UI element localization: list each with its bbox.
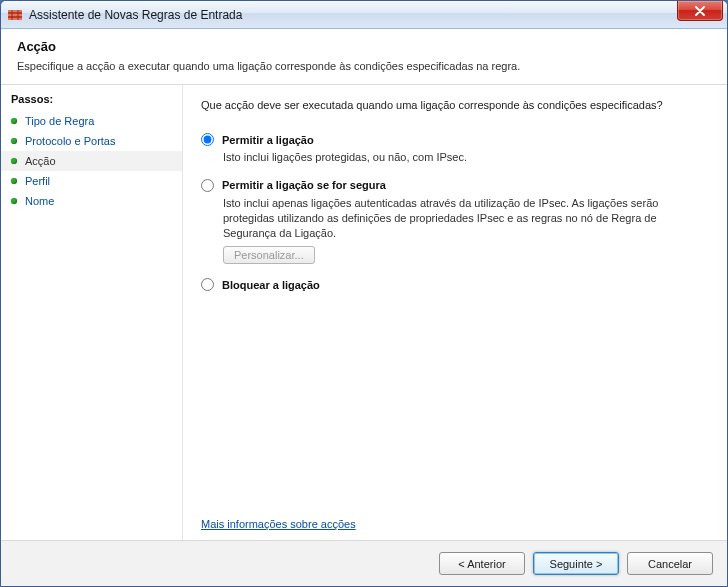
step-bullet-icon: [11, 118, 17, 124]
step-label: Acção: [25, 155, 56, 167]
step-bullet-icon: [11, 158, 17, 164]
option-block-row[interactable]: Bloquear a ligação: [201, 278, 709, 291]
step-action[interactable]: Acção: [1, 151, 182, 171]
radio-allow[interactable]: [201, 133, 214, 146]
cancel-button[interactable]: Cancelar: [627, 552, 713, 575]
next-button[interactable]: Seguinte >: [533, 552, 619, 575]
steps-heading: Passos:: [1, 93, 182, 111]
option-allow-row[interactable]: Permitir a ligação: [201, 133, 709, 146]
page-title: Acção: [17, 39, 711, 54]
option-block: Bloquear a ligação: [201, 278, 709, 291]
step-bullet-icon: [11, 138, 17, 144]
step-bullet-icon: [11, 198, 17, 204]
steps-sidebar: Passos: Tipo de Regra Protocolo e Portas…: [1, 85, 183, 540]
svg-rect-2: [8, 14, 22, 16]
option-allow-secure-desc: Isto inclui apenas ligações autenticadas…: [223, 196, 709, 241]
content-pane: Que acção deve ser executada quando uma …: [183, 85, 727, 540]
close-button[interactable]: [677, 1, 723, 21]
step-profile[interactable]: Perfil: [1, 171, 182, 191]
radio-allow-secure[interactable]: [201, 179, 214, 192]
step-label: Perfil: [25, 175, 50, 187]
titlebar[interactable]: Assistente de Novas Regras de Entrada: [1, 1, 727, 29]
spacer: [201, 305, 709, 518]
step-rule-type[interactable]: Tipo de Regra: [1, 111, 182, 131]
back-button[interactable]: < Anterior: [439, 552, 525, 575]
page-header: Acção Especifique a acção a executar qua…: [1, 29, 727, 85]
step-bullet-icon: [11, 178, 17, 184]
close-icon: [694, 6, 706, 16]
wizard-body: Passos: Tipo de Regra Protocolo e Portas…: [1, 85, 727, 540]
step-name[interactable]: Nome: [1, 191, 182, 211]
option-block-label: Bloquear a ligação: [222, 279, 320, 291]
footer: < Anterior Seguinte > Cancelar: [1, 540, 727, 586]
wizard-window: Assistente de Novas Regras de Entrada Ac…: [0, 0, 728, 587]
option-allow-secure-label: Permitir a ligação se for segura: [222, 179, 386, 191]
learn-more-link[interactable]: Mais informações sobre acções: [201, 518, 709, 530]
option-allow-secure: Permitir a ligação se for segura Isto in…: [201, 179, 709, 265]
step-label: Protocolo e Portas: [25, 135, 116, 147]
radio-block[interactable]: [201, 278, 214, 291]
step-label: Tipo de Regra: [25, 115, 94, 127]
svg-rect-1: [8, 10, 22, 12]
firewall-icon: [7, 7, 23, 23]
option-allow-secure-row[interactable]: Permitir a ligação se for segura: [201, 179, 709, 192]
option-allow: Permitir a ligação Isto inclui ligações …: [201, 133, 709, 165]
option-allow-desc: Isto inclui ligações protegidas, ou não,…: [223, 150, 709, 165]
step-label: Nome: [25, 195, 54, 207]
page-subtitle: Especifique a acção a executar quando um…: [17, 60, 711, 72]
content-prompt: Que acção deve ser executada quando uma …: [201, 99, 709, 111]
step-protocol-ports[interactable]: Protocolo e Portas: [1, 131, 182, 151]
option-allow-label: Permitir a ligação: [222, 134, 314, 146]
customize-button: Personalizar...: [223, 246, 315, 264]
window-title: Assistente de Novas Regras de Entrada: [29, 8, 242, 22]
svg-rect-3: [8, 18, 22, 20]
